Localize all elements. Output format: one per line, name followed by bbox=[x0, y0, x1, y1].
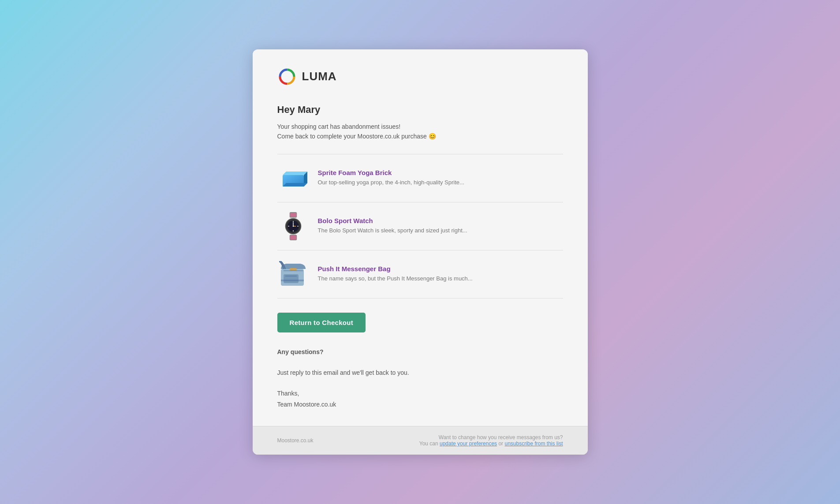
greeting: Hey Mary bbox=[277, 104, 563, 116]
product-info-sport-watch: Bolo Sport Watch The Bolo Sport Watch is… bbox=[318, 217, 563, 235]
product-name: Sprite Foam Yoga Brick bbox=[318, 169, 563, 176]
email-body: LUMA Hey Mary Your shopping cart has aba… bbox=[253, 49, 588, 426]
product-desc: The name says so, but the Push It Messen… bbox=[318, 275, 563, 283]
footer-change-text: Want to change how you receive messages … bbox=[439, 434, 563, 441]
list-item: Sprite Foam Yoga Brick Our top-selling y… bbox=[277, 154, 563, 202]
list-item: Push It Messenger Bag The name says so, … bbox=[277, 250, 563, 299]
svg-marker-4 bbox=[283, 172, 307, 175]
intro-line2: Come back to complete your Moostore.co.u… bbox=[277, 133, 436, 140]
email-footer: Moostore.co.uk Want to change how you re… bbox=[253, 426, 588, 455]
footer-you-can: You can bbox=[419, 441, 440, 447]
update-preferences-link[interactable]: update your preferences bbox=[440, 441, 497, 447]
product-name: Push It Messenger Bag bbox=[318, 265, 563, 273]
svg-rect-27 bbox=[281, 280, 304, 281]
product-desc: The Bolo Sport Watch is sleek, sporty an… bbox=[318, 227, 563, 235]
luma-logo-icon bbox=[277, 67, 297, 86]
return-to-checkout-button[interactable]: Return to Checkout bbox=[277, 313, 366, 332]
svg-point-21 bbox=[292, 225, 294, 227]
product-desc: Our top-selling yoga prop, the 4-inch, h… bbox=[318, 179, 563, 187]
product-image-yoga-brick bbox=[277, 162, 309, 194]
product-info-messenger-bag: Push It Messenger Bag The name says so, … bbox=[318, 265, 563, 283]
footer-brand: Moostore.co.uk bbox=[277, 437, 314, 444]
unsubscribe-link[interactable]: unsubscribe from this list bbox=[504, 441, 563, 447]
footer-right: Want to change how you receive messages … bbox=[419, 434, 563, 447]
product-name: Bolo Sport Watch bbox=[318, 217, 563, 224]
product-info-yoga-brick: Sprite Foam Yoga Brick Our top-selling y… bbox=[318, 169, 563, 187]
email-container: LUMA Hey Mary Your shopping cart has aba… bbox=[253, 49, 588, 455]
svg-rect-13 bbox=[290, 213, 296, 217]
product-list: Sprite Foam Yoga Brick Our top-selling y… bbox=[277, 154, 563, 299]
questions-header: Any questions? bbox=[277, 347, 563, 358]
svg-marker-7 bbox=[283, 183, 307, 187]
list-item: Bolo Sport Watch The Bolo Sport Watch is… bbox=[277, 202, 563, 250]
product-image-messenger-bag bbox=[277, 258, 309, 290]
questions-body: Just reply to this email and we'll get b… bbox=[277, 367, 563, 378]
svg-rect-24 bbox=[290, 268, 297, 271]
closing-thanks: Thanks, Team Moostore.co.uk bbox=[277, 388, 563, 410]
footer-or: or bbox=[497, 441, 504, 447]
svg-rect-14 bbox=[290, 235, 296, 239]
product-image-sport-watch bbox=[277, 210, 309, 242]
intro-line1: Your shopping cart has abandonment issue… bbox=[277, 123, 401, 130]
logo-area: LUMA bbox=[277, 67, 563, 86]
logo-text: LUMA bbox=[302, 70, 337, 83]
intro-text: Your shopping cart has abandonment issue… bbox=[277, 122, 563, 142]
svg-rect-23 bbox=[284, 274, 299, 283]
